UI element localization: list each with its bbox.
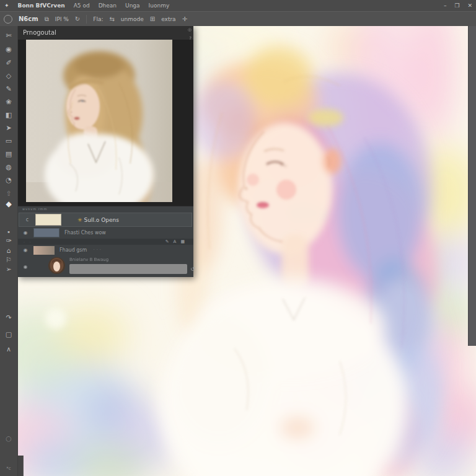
select-arrow-tool-icon[interactable]: ➢ [0, 263, 17, 275]
layer4-eye-icon[interactable]: ◉ [17, 247, 33, 253]
reference-photo-area [17, 40, 193, 206]
flip-label: Fla: [93, 16, 103, 22]
flip-icon[interactable]: ⇆ [109, 15, 114, 22]
menu-item-file[interactable]: Bonn BfVCrven [18, 2, 65, 9]
layer-toolbar-row: · · ✎ A ▦ [17, 239, 193, 245]
curve-tool-icon[interactable]: ↷ [0, 312, 17, 324]
menu-item-image[interactable]: Dhean [99, 2, 117, 9]
comment-title: Bnielanv B Bwaug [69, 257, 195, 262]
layer2-eye-icon[interactable]: ◉ [17, 230, 33, 236]
text-icon[interactable]: A [174, 239, 177, 244]
minimize-button[interactable]: – [444, 2, 447, 9]
opacity-field[interactable]: IPl % [55, 16, 69, 22]
refresh-icon[interactable]: ↺ [190, 266, 195, 272]
fill-tool-icon[interactable]: ◆ [0, 198, 17, 210]
layers-section: wvnvm rmm c ✳ Sull.o Opens ◉ Fhasti Ches… [17, 206, 193, 277]
reference-photo[interactable] [26, 40, 172, 202]
layer4-thumbnail[interactable] [33, 246, 55, 255]
tool-preview-icon [4, 15, 12, 24]
panel-title: Prnogoutal [23, 29, 56, 36]
comment-input[interactable] [69, 264, 187, 274]
layer1-toggle-icon[interactable]: c [19, 217, 35, 223]
reference-panel[interactable]: Prnogoutal ◎ ? [17, 25, 193, 276]
layer-row[interactable]: ◉ Fhaud gsm · · · [17, 245, 193, 255]
avatar-image [48, 257, 65, 274]
layer4-faint-label: · · · [93, 247, 101, 253]
menu-item-window[interactable]: Iuonmy [149, 2, 170, 9]
layer2-label: Fhasti Ches wow [64, 230, 106, 236]
pencil-tool-icon[interactable]: ✎ [0, 83, 17, 95]
stamp-tool-icon[interactable]: ❀ [0, 96, 17, 108]
eraser-tool-icon[interactable]: ◇ [0, 70, 17, 82]
layer1-color-swatch[interactable] [35, 214, 61, 226]
options-separator [86, 15, 87, 24]
app-logo-icon: ✦ [4, 2, 9, 9]
layer1-label: Sull.o Opens [84, 217, 119, 223]
workspace-right-gutter [468, 26, 476, 346]
rotate-view-tool-icon[interactable]: ◔ [0, 174, 17, 186]
restore-button[interactable]: ❐ [454, 2, 459, 9]
extra-label[interactable]: extra [161, 16, 175, 22]
edit-icon[interactable]: ✎ [165, 239, 169, 244]
tool-options-bar: N6cm ⧉ IPl % ↻ Fla: ⇆ unmode ⊞ extra ✛ [0, 11, 476, 26]
mode-label[interactable]: N6cm [19, 15, 38, 22]
panel-options-icon[interactable]: ◎ [188, 27, 192, 32]
card-tool-icon[interactable]: ▤ [0, 148, 17, 160]
grid-small-icon[interactable]: ▦ [180, 239, 185, 244]
rotate-icon[interactable]: ↻ [75, 15, 80, 22]
frame-tool-icon[interactable]: ▢ [0, 328, 17, 340]
unmode-label[interactable]: unmode [121, 16, 144, 22]
comment-row[interactable]: ◉ Bnielanv B Bwaug ↺ [17, 255, 193, 278]
close-button[interactable]: ✕ [467, 2, 472, 9]
grid-icon[interactable]: ⧉ [45, 15, 49, 23]
collapse-chevron-icon[interactable]: ∧ [0, 343, 17, 355]
layer-dots: · · [24, 240, 33, 244]
menu-bar: ✦ Bonn BfVCrven A5 od Dhean Unga Iuonmy … [0, 0, 476, 11]
scissors-tool-icon[interactable]: ✄ [0, 30, 17, 42]
layer-row[interactable]: ◉ Fhasti Ches wow [17, 227, 193, 239]
reference-photo-image [26, 40, 172, 202]
panel-title-bar[interactable]: Prnogoutal ◎ ? [17, 25, 193, 40]
orb-tool-icon[interactable]: ◉ [0, 43, 17, 55]
canvas-edge-notch [17, 456, 24, 476]
sphere-tool-icon[interactable]: ◍ [0, 161, 17, 173]
menu-item-edit[interactable]: A5 od [74, 2, 90, 9]
oval-tool-icon[interactable]: ○ [0, 433, 17, 444]
marquee-tool-icon[interactable]: ▭ [0, 135, 17, 147]
layer2-color-swatch[interactable] [33, 228, 60, 237]
box-icon[interactable]: ⊞ [150, 15, 155, 22]
gold-sparkle-icon: ✳ [77, 217, 82, 223]
menu-item-layer[interactable]: Unga [125, 2, 140, 9]
layer5-eye-icon[interactable]: ◉ [17, 264, 33, 270]
avatar[interactable] [48, 257, 65, 274]
move-tool-icon[interactable]: ➤ [0, 122, 17, 134]
layer-row-selected[interactable]: c ✳ Sull.o Opens [19, 213, 192, 227]
shape-tool-icon[interactable]: ◧ [0, 109, 17, 121]
tools-sidebar: ✄ ◉ ✐ ◇ ✎ ❀ ◧ ➤ ▭ ▤ ◍ ◔ ⇧ ◆ • ✑ ⌂ ⚐ ➢ ↷ … [0, 26, 18, 476]
layers-micro-header: wvnvm rmm [17, 206, 193, 213]
pen-tool-icon[interactable]: ✐ [0, 57, 17, 69]
layer4-label: Fhaud gsm [60, 247, 87, 253]
plus-icon[interactable]: ✛ [182, 15, 187, 22]
toolbar-bottom-label: *c [0, 466, 17, 471]
